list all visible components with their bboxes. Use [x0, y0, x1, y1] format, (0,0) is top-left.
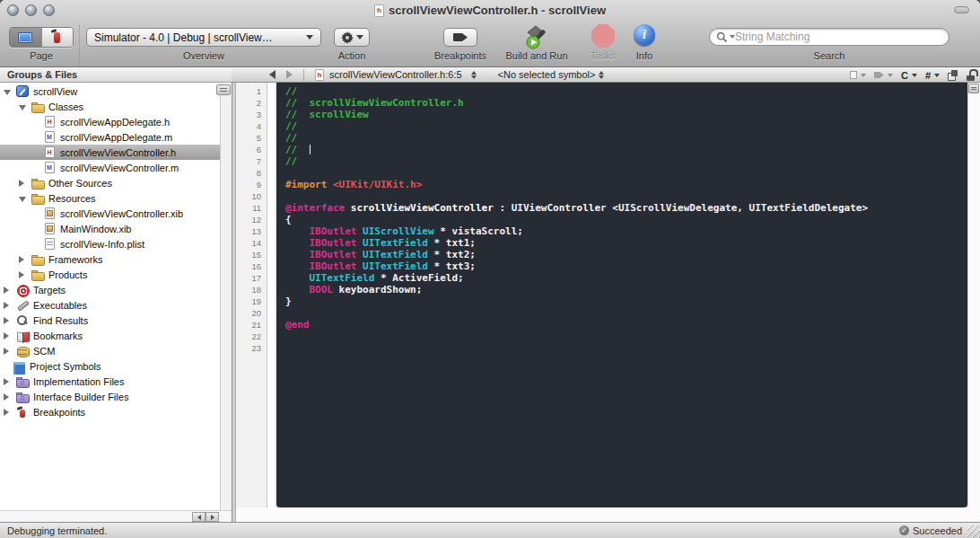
- titlebar[interactable]: h scrollViewViewController.h - scrollVie…: [0, 0, 980, 20]
- disclosure-triangle[interactable]: [4, 302, 9, 309]
- sidebar-item[interactable]: Classes: [0, 99, 220, 114]
- editor-split-button[interactable]: [968, 84, 979, 93]
- code-line[interactable]: // scrollView: [276, 109, 967, 120]
- disclosure-triangle[interactable]: [4, 287, 9, 294]
- sidebar-vertical-scrollbar[interactable]: [220, 84, 232, 510]
- bookmarks-menu-button[interactable]: [850, 71, 866, 79]
- counterpart-menu-button[interactable]: C: [901, 70, 917, 81]
- code-line[interactable]: IBOutlet UITextField * txt1;: [276, 237, 967, 249]
- sidebar-item[interactable]: MainWindow.xib: [0, 221, 220, 236]
- code-line[interactable]: [276, 307, 967, 319]
- sidebar-item[interactable]: scrollViewViewController.xib: [0, 206, 220, 221]
- disclosure-triangle[interactable]: [19, 256, 24, 263]
- sidebar-horizontal-scrollbar[interactable]: [0, 510, 232, 522]
- disclosure-triangle[interactable]: [4, 332, 9, 340]
- code-line[interactable]: BOOL keyboardShown;: [276, 284, 967, 295]
- sidebar-item[interactable]: Targets: [0, 282, 220, 297]
- sidebar-item[interactable]: Breakpoints: [0, 404, 220, 419]
- sidebar-item-label: Project Symbols: [30, 361, 101, 372]
- code-line[interactable]: //: [276, 155, 967, 167]
- code-line[interactable]: @end: [276, 319, 967, 331]
- code-line[interactable]: //: [276, 120, 967, 132]
- page-debug-segment[interactable]: [41, 28, 74, 47]
- build-and-run-button[interactable]: [523, 24, 550, 49]
- search-input[interactable]: [735, 31, 941, 43]
- code-line[interactable]: [276, 331, 967, 342]
- scroll-left-arrow-button[interactable]: [192, 512, 206, 522]
- code-line[interactable]: }: [276, 295, 967, 307]
- symbol-popup-label: <No selected symbol>: [498, 69, 596, 80]
- search-field[interactable]: [709, 28, 949, 46]
- page-segmented-control[interactable]: [9, 27, 74, 48]
- code-line[interactable]: UITextField * ActiveField;: [276, 272, 967, 284]
- line-number-menu-button[interactable]: #: [925, 70, 940, 81]
- code-line[interactable]: IBOutlet UITextField * txt3;: [276, 260, 967, 272]
- history-forward-icon[interactable]: [286, 70, 293, 79]
- sidebar-item[interactable]: Implementation Files: [0, 374, 220, 389]
- sidebar-item[interactable]: Project Symbols: [0, 358, 220, 374]
- action-button[interactable]: [334, 28, 370, 47]
- line-number-gutter: 1234567891011121314151617181920212223: [236, 83, 267, 507]
- sidebar-item[interactable]: HscrollViewViewController.h: [0, 145, 220, 160]
- code-line[interactable]: //: [276, 144, 967, 155]
- editor-horizontal-scrollbar[interactable]: [236, 507, 980, 522]
- info-button[interactable]: i: [634, 24, 655, 46]
- sidebar-item[interactable]: Products: [0, 267, 220, 282]
- sidebar-item[interactable]: Frameworks: [0, 251, 220, 267]
- sidebar-item[interactable]: MscrollViewAppDelegate.m: [0, 129, 220, 145]
- code-line[interactable]: {: [276, 214, 967, 225]
- code-line[interactable]: //: [276, 85, 967, 97]
- chevron-down-icon: [912, 74, 917, 77]
- editor-vertical-scrollbar[interactable]: [967, 83, 980, 507]
- page-project-segment[interactable]: [10, 28, 41, 47]
- line-number: 23: [236, 342, 267, 354]
- code-line[interactable]: //: [276, 132, 967, 144]
- disclosure-triangle[interactable]: [4, 317, 9, 324]
- sidebar-item[interactable]: HscrollViewAppDelegate.h: [0, 114, 220, 129]
- disclosure-triangle[interactable]: [19, 271, 24, 278]
- sidebar-item[interactable]: Interface Builder Files: [0, 389, 220, 404]
- tasks-button: [591, 24, 615, 48]
- scroll-right-arrow-button[interactable]: [206, 512, 219, 522]
- file-popup-label[interactable]: scrollViewViewController.h:6:5: [329, 69, 462, 80]
- code-line[interactable]: // scrollViewViewController.h: [276, 97, 967, 109]
- included-files-icon[interactable]: [948, 70, 958, 80]
- disclosure-triangle[interactable]: [19, 180, 24, 187]
- code-editor[interactable]: //// scrollViewViewController.h// scroll…: [276, 83, 967, 507]
- sidebar-item-label: Interface Builder Files: [33, 392, 128, 402]
- disclosure-triangle[interactable]: [4, 348, 9, 355]
- symbol-popup-stepper-icon[interactable]: [599, 71, 604, 79]
- lock-icon[interactable]: [967, 69, 976, 81]
- sidebar-item[interactable]: scrollView-Info.plist: [0, 236, 220, 251]
- sidebar-item[interactable]: Find Results: [0, 313, 220, 328]
- sidebar-item[interactable]: scrollView: [0, 84, 220, 99]
- disclosure-triangle[interactable]: [19, 197, 26, 202]
- sidebar-item[interactable]: Executables: [0, 297, 220, 313]
- disclosure-triangle[interactable]: [19, 105, 26, 110]
- symbol-popup[interactable]: <No selected symbol>: [498, 69, 605, 80]
- history-back-icon[interactable]: [269, 70, 276, 79]
- sidebar-item[interactable]: SCM: [0, 343, 220, 358]
- sidebar-detail-split-button[interactable]: [216, 84, 231, 95]
- disclosure-triangle[interactable]: [4, 378, 9, 385]
- code-line[interactable]: [276, 342, 967, 354]
- toolbar-toggle-lozenge[interactable]: [954, 6, 969, 13]
- file-popup-stepper-icon[interactable]: [471, 71, 477, 79]
- code-line[interactable]: #import <UIKit/UIKit.h>: [276, 179, 967, 190]
- sidebar-item[interactable]: Bookmarks: [0, 328, 220, 343]
- code-line[interactable]: [276, 190, 967, 202]
- resize-grip[interactable]: [967, 525, 980, 538]
- breakpoints-menu-button[interactable]: [874, 72, 893, 78]
- code-line[interactable]: IBOutlet UITextField * txt2;: [276, 249, 967, 260]
- code-line[interactable]: @interface scrollViewViewController : UI…: [276, 202, 967, 214]
- sidebar-item[interactable]: Resources: [0, 190, 220, 206]
- disclosure-triangle[interactable]: [4, 90, 11, 95]
- code-line[interactable]: IBOutlet UIScrollView * vistaScroll;: [276, 225, 967, 237]
- breakpoints-button[interactable]: [443, 28, 477, 47]
- disclosure-triangle[interactable]: [4, 409, 9, 416]
- overview-popup[interactable]: Simulator - 4.0 | Debug | scrollView…: [86, 28, 321, 47]
- sidebar-item[interactable]: MscrollViewViewController.m: [0, 160, 220, 175]
- code-line[interactable]: [276, 167, 967, 179]
- disclosure-triangle[interactable]: [4, 393, 9, 401]
- sidebar-item[interactable]: Other Sources: [0, 175, 220, 190]
